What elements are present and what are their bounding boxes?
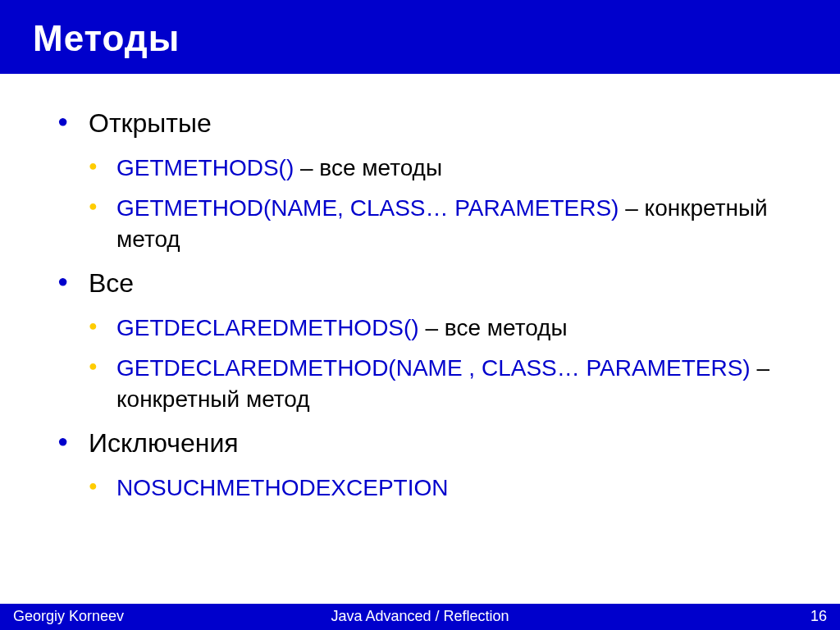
sub-list: getMethods() – все методы getMethod(name… [89,153,791,255]
section-heading: Исключения [89,428,239,458]
code-text: NoSuchMethodException [116,475,448,500]
footer-course: Java Advanced / Reflection [331,608,509,625]
footer: Georgiy Korneev Java Advanced / Reflecti… [0,604,840,630]
footer-author: Georgiy Korneev [13,608,124,625]
list-item: NoSuchMethodException [89,472,791,504]
section-heading: Открытые [89,108,212,138]
slide: Методы Открытые getMethods() – все метод… [0,0,840,630]
section-heading: Все [89,268,134,298]
code-text: getMethods() [116,155,294,180]
list-item: getMethods() – все методы [89,153,791,184]
slide-title: Методы [33,18,807,59]
footer-page: 16 [810,608,827,625]
sub-list: NoSuchMethodException [89,472,791,504]
list-item: getDeclaredMethods() – все методы [89,313,791,344]
code-text: getMethod(name, Class… parameters) [116,195,619,221]
section-public: Открытые getMethods() – все методы getMe… [57,107,791,255]
list-item: getMethod(name, Class… parameters) – кон… [89,193,791,255]
sub-list: getDeclaredMethods() – все методы getDec… [89,313,791,415]
bullet-list: Открытые getMethods() – все методы getMe… [57,107,791,503]
list-item: getDeclaredMethod(name , Class… paramete… [89,353,791,415]
code-text: getDeclaredMethods() [116,315,419,340]
title-bar: Методы [0,0,840,74]
desc-text: – все методы [294,155,442,180]
code-text: getDeclaredMethod(name , Class… paramete… [116,355,751,381]
slide-content: Открытые getMethods() – все методы getMe… [0,74,840,604]
section-exceptions: Исключения NoSuchMethodException [57,427,791,503]
section-all: Все getDeclaredMethods() – все методы ge… [57,267,791,415]
desc-text: – все методы [419,315,568,340]
